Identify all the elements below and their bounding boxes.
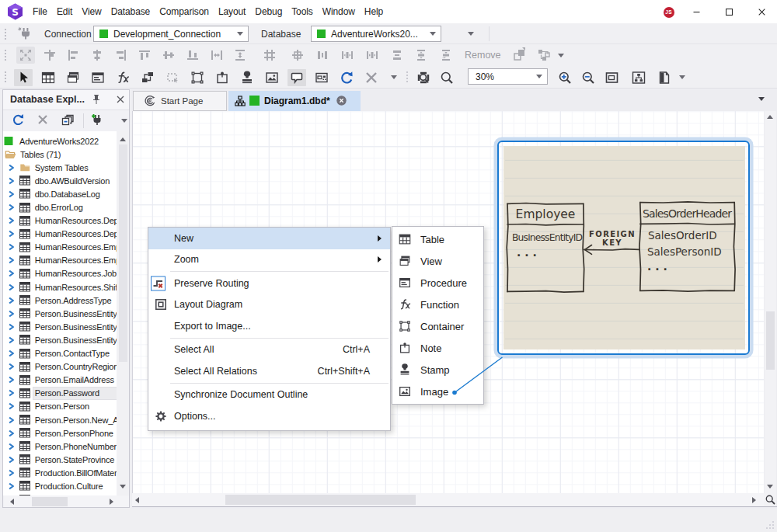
tree-expand-icon[interactable] [8, 243, 16, 251]
tree-expand-icon[interactable] [8, 336, 16, 344]
maximize-button[interactable] [713, 0, 747, 23]
tree-item[interactable]: HumanResources.EmployeePay [4, 254, 117, 267]
magnifier-button[interactable] [439, 69, 455, 86]
align-right-button[interactable] [113, 47, 129, 64]
submenu-item-image[interactable]: Image [392, 381, 483, 402]
minimize-button[interactable] [679, 0, 713, 23]
frame-grid-button[interactable] [262, 47, 277, 64]
tree-item[interactable]: dbo.ErrorLog [4, 200, 117, 214]
tab-close-button[interactable] [336, 96, 347, 106]
scrollbar-thumb[interactable] [766, 311, 775, 370]
space-h-dec-button[interactable] [364, 47, 380, 64]
toolbar-overflow-icon[interactable] [558, 54, 564, 57]
toolbar-grip[interactable] [4, 28, 7, 40]
tree-item[interactable]: Production.Culture [4, 479, 117, 492]
submenu-item-table[interactable]: Table [392, 228, 483, 250]
scrollbar-thumb[interactable] [32, 497, 68, 506]
tree-expand-icon[interactable] [8, 443, 16, 450]
tree-item[interactable]: HumanResources.Shift [4, 280, 117, 294]
menu-item-layout-diagram[interactable]: Layout Diagram [148, 294, 390, 316]
tree-item[interactable]: Person.Person.New_Aug [4, 413, 117, 426]
menu-view[interactable]: View [77, 0, 106, 23]
tree-item[interactable]: Production.BillOfMaterials [4, 466, 117, 479]
tree-item[interactable]: HumanResources.Employee [4, 241, 117, 254]
tree-item[interactable]: Person.PhoneNumberType [4, 440, 117, 453]
menu-layout[interactable]: Layout [214, 0, 250, 23]
menu-item-select-all-relations[interactable]: Select All RelationsCtrl+Shift+A [148, 360, 390, 382]
menu-item-new[interactable]: New [148, 228, 390, 249]
tree-item[interactable]: HumanResources.DepartmentLog [4, 228, 117, 241]
view-button[interactable] [65, 69, 81, 86]
database-combobox[interactable]: AdventureWorks20... [311, 26, 441, 42]
zoom-combobox[interactable]: 30% [468, 68, 548, 85]
callout-button[interactable] [287, 69, 306, 86]
tree-expand-icon[interactable] [8, 323, 16, 331]
layout-org-button[interactable] [631, 69, 646, 86]
image-button[interactable] [264, 69, 280, 86]
menu-comparison[interactable]: Comparison [155, 0, 214, 23]
tree-expand-icon[interactable] [8, 416, 16, 424]
scrollbar-thumb[interactable] [225, 495, 416, 505]
tree-expand-icon[interactable] [8, 190, 16, 198]
delete-button[interactable] [364, 69, 379, 86]
pin-button[interactable] [90, 93, 103, 106]
tree-item[interactable]: Person.Person [4, 400, 117, 413]
tree-expand-icon[interactable] [8, 230, 16, 238]
tree-expand-icon[interactable] [8, 283, 16, 291]
submenu-item-note[interactable]: Note [392, 337, 483, 359]
explorer-horizontal-scrollbar[interactable] [4, 495, 129, 507]
tree-expand-icon[interactable] [8, 256, 16, 264]
stamp-button[interactable] [239, 69, 255, 86]
toolbar-overflow-icon[interactable] [391, 75, 397, 79]
tree-expand-icon[interactable] [8, 177, 16, 185]
close-button[interactable] [745, 0, 777, 23]
page-setup-button[interactable] [657, 69, 672, 86]
tree-item[interactable]: Tables (71) [4, 148, 117, 161]
toolbar-grip[interactable] [4, 49, 7, 61]
tree-item[interactable]: AdventureWorks2022 [4, 134, 117, 148]
tree-item[interactable]: dbo.DatabaseLog [4, 187, 117, 200]
menu-item-options[interactable]: Options... [148, 405, 390, 427]
tree-expand-icon[interactable] [8, 217, 16, 224]
relations-button[interactable] [140, 69, 155, 86]
tree-item[interactable]: Person.CountryRegion [4, 360, 117, 374]
space-v-inc-button[interactable] [413, 47, 429, 64]
tree-item[interactable]: Person.AddressType [4, 294, 117, 307]
delete-button[interactable] [36, 113, 50, 127]
menu-help[interactable]: Help [360, 0, 388, 23]
tree-item[interactable]: Person.StateProvince [4, 453, 117, 466]
tab-diagram1[interactable]: Diagram1.dbd* [228, 91, 361, 111]
remove-button[interactable]: Remove [465, 50, 501, 61]
tab-start-page[interactable]: Start Page [133, 91, 227, 111]
canvas-zoom-button[interactable] [764, 493, 776, 506]
submenu-item-function[interactable]: Function [392, 294, 483, 315]
center-in-frame-button[interactable] [290, 47, 305, 64]
toolbar-overflow-icon[interactable] [679, 75, 685, 79]
canvas-vertical-scrollbar[interactable] [765, 111, 776, 493]
explorer-toolbar-overflow-icon[interactable] [121, 119, 127, 123]
space-v-button[interactable] [389, 47, 405, 64]
tree-item[interactable]: Person.ContactType [4, 347, 117, 360]
snap-grid-button[interactable] [42, 47, 57, 64]
explorer-vertical-scrollbar[interactable] [117, 131, 129, 495]
container-button[interactable] [190, 69, 205, 86]
tree-item[interactable]: Person.Password [4, 387, 117, 400]
tab-list-chevron-icon[interactable] [758, 97, 765, 101]
tree-expand-icon[interactable] [8, 297, 16, 304]
tree-item[interactable]: Person.BusinessEntityContact [4, 333, 117, 346]
tree-item[interactable]: System Tables [4, 161, 117, 174]
menu-tools[interactable]: Tools [287, 0, 318, 23]
align-bottom-button[interactable] [185, 47, 200, 64]
space-h-button[interactable] [315, 47, 330, 64]
zoom-out-button[interactable] [580, 69, 596, 86]
procedure-button[interactable] [90, 69, 106, 86]
fit-contents-button[interactable] [16, 47, 35, 64]
space-v-dec-button[interactable] [438, 47, 454, 64]
align-left-button[interactable] [65, 47, 81, 64]
submenu-item-view[interactable]: View [392, 250, 483, 272]
new-connection-button[interactable] [90, 113, 104, 127]
align-center-v-button[interactable] [161, 47, 176, 64]
submenu-item-procedure[interactable]: Procedure [392, 272, 483, 294]
menu-file[interactable]: File [28, 0, 52, 23]
tree-expand-icon[interactable] [8, 310, 16, 318]
